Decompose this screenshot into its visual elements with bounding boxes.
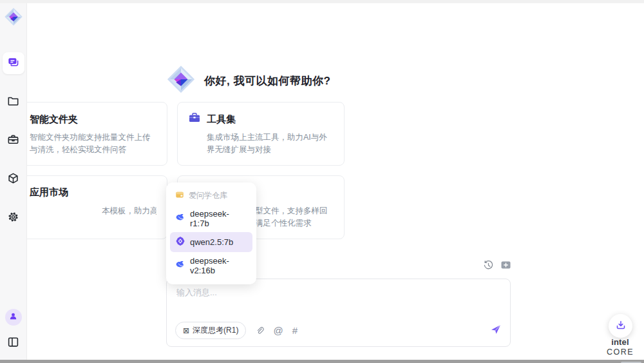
greeting-title: 你好, 我可以如何帮助你?: [204, 74, 330, 88]
card-desc: 集成市场上主流工具，助力AI与外界无缝扩展与对接: [207, 132, 334, 157]
intel-core-ultra-logo: intel core ultra: [597, 337, 643, 363]
app-logo-icon: [4, 7, 23, 26]
user-avatar[interactable]: [5, 309, 22, 326]
chat-icon: [7, 56, 19, 71]
briefcase-indigo-icon: [188, 112, 201, 127]
deep-think-label: 深度思考(R1): [193, 325, 238, 336]
sidebar-item-toolbox[interactable]: [3, 130, 24, 152]
card-toolset[interactable]: 工具集 集成市场上主流工具，助力AI与外界无缝扩展与对接: [177, 102, 345, 166]
history-icon[interactable]: [483, 260, 494, 271]
card-title: 应用市场: [30, 186, 68, 199]
deepseek-icon: [175, 213, 185, 225]
card-title: 工具集: [207, 113, 236, 126]
window-bottom-strip: [0, 360, 644, 363]
intel-brand-text: intel: [611, 337, 629, 347]
qwen-icon: [175, 236, 185, 248]
sidebar: [0, 0, 27, 360]
card-desc-partial: 本模板，助力高效生成多: [30, 205, 156, 217]
model-dropdown: 爱问学仓库 deepseek-r1:7b qwen2.5:7b dee: [166, 182, 256, 284]
deepseek-icon: [175, 260, 185, 272]
model-option-label: deepseek-v2:16b: [190, 256, 247, 275]
model-option-qwen[interactable]: qwen2.5:7b: [170, 232, 252, 252]
download-icon: [616, 320, 626, 333]
briefcase-icon: [7, 133, 19, 148]
repository-icon: [175, 190, 184, 201]
model-group-header: 爱问学仓库: [170, 188, 252, 205]
at-mention-icon[interactable]: @: [273, 325, 283, 336]
composer: ⊠ 深度思考(R1) @ #: [166, 279, 511, 347]
app-logo-large-icon: [166, 64, 196, 97]
panel-icon: [7, 339, 19, 350]
card-desc: 智能文件夹功能支持批量文件上传与清洗，轻松实现文件问答: [30, 132, 156, 157]
sidebar-item-folders[interactable]: [3, 91, 24, 113]
download-button[interactable]: [609, 314, 632, 338]
sidebar-nav: [3, 52, 24, 229]
deep-think-icon: ⊠: [183, 326, 189, 335]
window-top-strip: [0, 0, 644, 3]
model-option-label: deepseek-r1:7b: [190, 209, 247, 228]
sidebar-item-settings[interactable]: [3, 207, 24, 229]
cube-icon: [7, 172, 19, 187]
new-chat-icon[interactable]: [500, 260, 511, 271]
composer-toolbar: ⊠ 深度思考(R1) @ #: [175, 322, 502, 339]
core-brand-text: core: [607, 348, 634, 357]
sidebar-item-models[interactable]: [3, 168, 24, 190]
greeting: 你好, 我可以如何帮助你?: [166, 64, 330, 97]
model-option-label: qwen2.5:7b: [190, 237, 233, 247]
deep-think-toggle[interactable]: ⊠ 深度思考(R1): [175, 322, 246, 339]
folder-icon: [7, 95, 19, 110]
chat-actions: [483, 260, 511, 271]
sidebar-bottom: [5, 309, 22, 351]
gear-icon: [7, 211, 19, 226]
send-icon[interactable]: [490, 324, 502, 338]
card-title: 智能文件夹: [30, 113, 78, 126]
user-avatar-icon: [8, 311, 18, 324]
paperclip-icon[interactable]: [255, 326, 264, 335]
message-input[interactable]: [176, 287, 498, 319]
hash-prompt-icon[interactable]: #: [292, 325, 298, 336]
sidebar-item-chat[interactable]: [3, 52, 24, 74]
model-option-deepseek-v2[interactable]: deepseek-v2:16b: [170, 252, 252, 279]
collapse-panel-button[interactable]: [7, 336, 19, 351]
model-option-deepseek-r1[interactable]: deepseek-r1:7b: [170, 205, 252, 232]
model-group-label: 爱问学仓库: [189, 190, 227, 201]
